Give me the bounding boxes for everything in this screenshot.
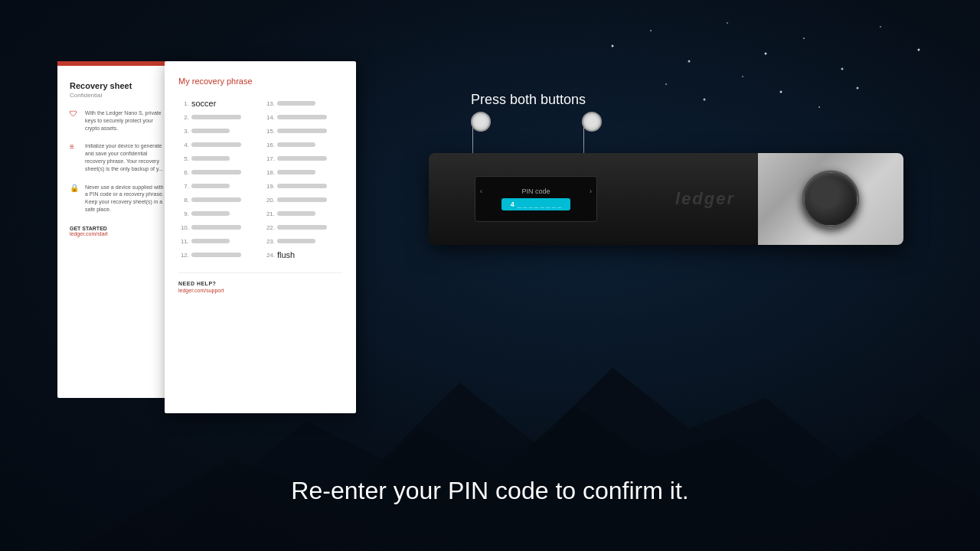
word-entry-18: 18.	[264, 165, 342, 179]
ledger-logo: ledger	[675, 189, 735, 209]
word-blur-23	[277, 239, 315, 243]
need-help-section: NEED HELP? ledger.com/support	[178, 272, 342, 293]
svg-point-14	[780, 91, 782, 93]
svg-point-15	[818, 106, 820, 108]
word-entry-14: 14.	[264, 110, 342, 124]
word-entry-20: 20.	[264, 193, 342, 207]
word-entry-11: 11.	[178, 234, 256, 248]
device-screen: ‹ PIN code › 4 _ _ _ _ _ _ _ _	[475, 176, 597, 222]
press-buttons-label: Press both buttons	[413, 92, 643, 108]
recovery-sheet-background: Recovery sheet Confidential 🛡 With the L…	[57, 61, 180, 398]
word-entry-17: 17.	[264, 152, 342, 165]
word-num-4: 4.	[178, 142, 189, 148]
device-button-left[interactable]	[471, 112, 491, 132]
word-blur-21	[277, 211, 315, 216]
arrow-left-icon: ‹	[480, 187, 482, 195]
word-blur-9	[191, 211, 230, 216]
word-num-9: 9.	[178, 210, 189, 217]
pin-dash: _ _ _ _ _ _ _ _	[518, 201, 562, 208]
word-blur-12	[191, 253, 241, 257]
word-num-12: 12.	[178, 252, 189, 259]
word-entry-2: 2.	[178, 110, 256, 124]
word-entry-24: 24. flush	[264, 248, 342, 262]
svg-point-5	[727, 22, 728, 24]
word-blur-2	[191, 115, 241, 119]
word-num-23: 23.	[264, 238, 275, 245]
section-text-3: Never use a device supplied with a PIN c…	[85, 184, 168, 214]
word-blur-17	[277, 156, 327, 161]
word-entry-6: 6.	[178, 165, 256, 179]
word-blur-16	[277, 142, 315, 147]
word-text-24: flush	[277, 250, 295, 259]
svg-point-4	[688, 60, 691, 63]
word-num-16: 16.	[264, 142, 275, 148]
word-entry-9: 9.	[178, 207, 256, 220]
word-num-18: 18.	[264, 169, 275, 176]
red-bar	[57, 61, 180, 66]
word-num-5: 5.	[178, 155, 189, 162]
word-num-8: 8.	[178, 197, 189, 204]
device-silver-cap	[758, 153, 903, 245]
sheet-title: Recovery sheet	[70, 81, 168, 90]
sheet-section-2: ≡ Initialize your device to generate and…	[70, 142, 168, 172]
svg-point-2	[612, 45, 614, 47]
word-num-24: 24.	[264, 252, 275, 259]
word-num-11: 11.	[178, 238, 189, 245]
word-entry-19: 19.	[264, 179, 342, 193]
word-num-6: 6.	[178, 169, 189, 176]
card-title: My recovery phrase	[178, 77, 342, 86]
word-blur-18	[277, 170, 315, 174]
svg-point-11	[665, 83, 667, 85]
svg-point-8	[841, 68, 844, 70]
press-buttons-text: Press both buttons	[471, 92, 586, 107]
word-blur-4	[191, 142, 241, 147]
word-blur-19	[277, 184, 327, 188]
device-button-right[interactable]	[582, 112, 602, 132]
subtitle-text: Re-enter your PIN code to confirm it.	[291, 477, 688, 504]
device-body: ledger ‹ PIN code › 4 _ _ _ _ _ _ _ _	[429, 153, 903, 245]
word-blur-6	[191, 170, 241, 174]
word-entry-5: 5.	[178, 152, 256, 165]
pin-char-4: 4	[511, 201, 514, 208]
pin-bar: 4 _ _ _ _ _ _ _ _	[501, 198, 571, 210]
list-icon: ≡	[70, 142, 80, 153]
word-entry-16: 16.	[264, 138, 342, 152]
arrow-right-icon: ›	[590, 187, 592, 195]
need-help-title: NEED HELP?	[178, 281, 342, 286]
section-text-1: With the Ledger Nano S, private keys to …	[85, 109, 168, 132]
word-entry-13: 13.	[264, 96, 342, 110]
svg-point-10	[918, 49, 920, 51]
sheet-section-1: 🛡 With the Ledger Nano S, private keys t…	[70, 109, 168, 132]
word-entry-8: 8.	[178, 193, 256, 207]
word-num-20: 20.	[264, 197, 275, 204]
shield-icon: 🛡	[70, 109, 80, 120]
subtitle: Re-enter your PIN code to confirm it.	[0, 477, 980, 505]
recovery-phrase-card: My recovery phrase 1. soccer 2. 3. 4.	[165, 61, 356, 413]
sheet-subtitle: Confidential	[70, 92, 168, 99]
word-entry-12: 12.	[178, 248, 256, 262]
svg-point-6	[765, 53, 767, 55]
word-entry-23: 23.	[264, 234, 342, 248]
word-blur-3	[191, 129, 230, 133]
word-entry-4: 4.	[178, 138, 256, 152]
sheet-section-3: 🔒 Never use a device supplied with a PIN…	[70, 184, 168, 214]
screen-label: PIN code	[521, 187, 550, 195]
word-num-10: 10.	[178, 224, 189, 231]
scroll-wheel[interactable]	[802, 171, 860, 228]
word-blur-20	[277, 197, 327, 202]
svg-point-13	[742, 76, 743, 77]
svg-point-3	[650, 30, 652, 31]
word-blur-8	[191, 197, 241, 202]
word-num-19: 19.	[264, 183, 275, 190]
word-entry-10: 10.	[178, 220, 256, 234]
word-entry-1: 1. soccer	[178, 96, 256, 110]
svg-point-7	[803, 37, 805, 39]
word-num-13: 13.	[264, 100, 275, 107]
word-num-2: 2.	[178, 114, 189, 121]
lock-icon: 🔒	[70, 184, 80, 194]
word-blur-13	[277, 101, 315, 106]
section-text-2: Initialize your device to generate and s…	[85, 142, 168, 172]
ledger-device: ledger ‹ PIN code › 4 _ _ _ _ _ _ _ _	[413, 122, 919, 291]
word-grid: 1. soccer 2. 3. 4. 5. 6.	[178, 96, 342, 262]
word-blur-5	[191, 156, 230, 161]
